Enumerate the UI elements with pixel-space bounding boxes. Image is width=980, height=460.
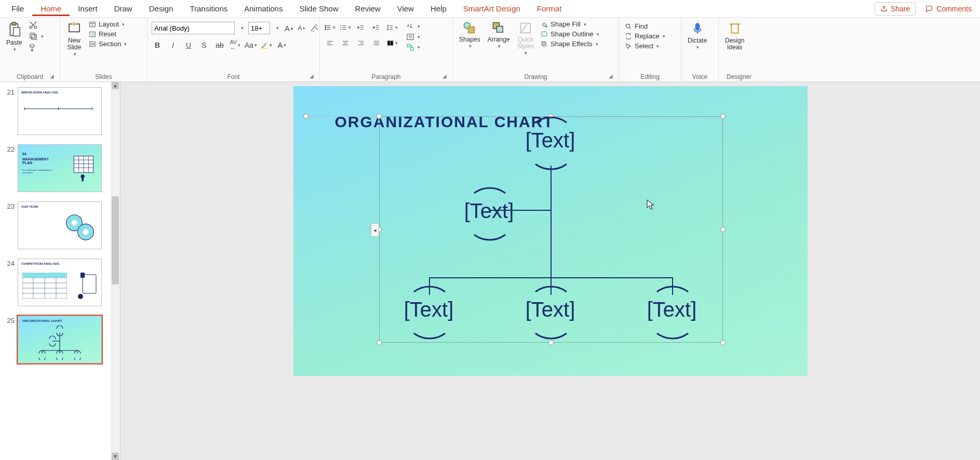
node-c3-text[interactable]: [Text]: [636, 298, 708, 321]
scroll-up-icon[interactable]: ▲: [112, 82, 119, 89]
highlight-button[interactable]: [261, 39, 272, 51]
new-slide-button[interactable]: New Slide: [64, 20, 84, 58]
shape-outline-button[interactable]: Shape Outline: [539, 30, 600, 38]
thumb-row-25[interactable]: 25 ORGANIZATIONAL CHART: [0, 314, 120, 371]
align-left-button[interactable]: [324, 37, 335, 49]
shape-effects-button[interactable]: Shape Effects: [539, 39, 600, 48]
arrange-button[interactable]: Arrange: [486, 20, 512, 50]
shape-fill-button[interactable]: Shape Fill: [539, 20, 600, 29]
font-color-button[interactable]: A: [276, 39, 288, 51]
font-size-input[interactable]: [248, 22, 270, 34]
increase-font-button[interactable]: A▲: [284, 22, 295, 34]
menu-help[interactable]: Help: [422, 1, 455, 16]
shapes-button[interactable]: Shapes: [457, 20, 482, 50]
clear-formatting-button[interactable]: [308, 22, 320, 34]
scroll-down-icon[interactable]: ▼: [112, 453, 119, 460]
thumb-22[interactable]: 04 MANAGEMENT PLAN You could enter a sub…: [18, 144, 102, 192]
menu-smartart-design[interactable]: SmartArt Design: [455, 1, 529, 16]
node-assist-text[interactable]: [Text]: [453, 199, 526, 223]
find-button[interactable]: Find: [623, 22, 666, 31]
decrease-indent-button[interactable]: [355, 22, 367, 33]
menu-transitions[interactable]: Transitions: [181, 1, 236, 16]
shadow-button[interactable]: S: [198, 39, 210, 51]
paste-button[interactable]: Paste: [4, 20, 24, 53]
strikethrough-button[interactable]: ab: [214, 39, 225, 51]
menu-draw[interactable]: Draw: [106, 1, 141, 16]
thumb-row-23[interactable]: 23 OUR TEAM: [0, 199, 120, 256]
thumb-row-22[interactable]: 22 04 MANAGEMENT PLAN You could enter a …: [0, 142, 120, 199]
thumb-25[interactable]: ORGANIZATIONAL CHART: [18, 316, 102, 363]
slide-canvas-area[interactable]: ORGANIZATIONAL CHART ◂: [120, 82, 980, 460]
node-top-text[interactable]: [Text]: [514, 129, 587, 152]
menu-review[interactable]: Review: [346, 1, 388, 16]
menu-insert[interactable]: Insert: [70, 1, 106, 16]
thumbs-scrollbar[interactable]: ▲ ▼: [111, 82, 120, 460]
text-direction-icon: A: [406, 22, 414, 31]
text-direction-button[interactable]: A: [405, 22, 421, 31]
menu-design[interactable]: Design: [141, 1, 182, 16]
thumb-row-21[interactable]: 21 BREAK-EVEN ANALYSIS: [0, 85, 120, 142]
rotation-handle[interactable]: [303, 114, 308, 119]
paragraph-dialog-launcher[interactable]: ◢: [441, 73, 448, 80]
bold-button[interactable]: B: [152, 39, 163, 51]
format-painter-button[interactable]: [28, 43, 45, 53]
decrease-font-button[interactable]: A▼: [296, 22, 307, 34]
menu-slideshow[interactable]: Slide Show: [291, 1, 346, 16]
line-spacing-button[interactable]: [386, 22, 398, 33]
font-name-dropdown[interactable]: [236, 22, 247, 34]
cut-button[interactable]: [28, 20, 45, 30]
align-right-button[interactable]: [355, 37, 367, 49]
thumb-23[interactable]: OUR TEAM: [18, 201, 102, 249]
reset-button[interactable]: Reset: [87, 30, 128, 38]
copy-button[interactable]: [28, 31, 45, 42]
comments-button[interactable]: Comments: [920, 3, 977, 15]
thumb-21[interactable]: BREAK-EVEN ANALYSIS: [18, 87, 102, 135]
dictate-button[interactable]: Dictate: [686, 20, 709, 51]
section-button[interactable]: Section: [87, 39, 128, 48]
clipboard-dialog-launcher[interactable]: ◢: [48, 73, 56, 80]
bullets-button[interactable]: [324, 22, 335, 33]
replace-button[interactable]: Replace: [623, 32, 666, 40]
menu-animations[interactable]: Animations: [236, 1, 291, 16]
change-case-button[interactable]: Aa: [245, 39, 257, 51]
node-c1-text[interactable]: [Text]: [393, 298, 465, 321]
font-size-dropdown[interactable]: [271, 22, 283, 34]
justify-button[interactable]: [371, 37, 382, 49]
slide[interactable]: ORGANIZATIONAL CHART ◂: [293, 86, 808, 376]
convert-smartart-button[interactable]: [405, 43, 421, 52]
layout-button[interactable]: Layout: [87, 20, 128, 29]
numbering-button[interactable]: 123: [340, 22, 351, 33]
font-name-input[interactable]: [152, 22, 235, 34]
drawing-dialog-launcher[interactable]: ◢: [607, 73, 614, 80]
node-c2-text[interactable]: [Text]: [514, 298, 587, 321]
quick-styles-button[interactable]: Quick Styles: [515, 20, 536, 57]
char-spacing-button[interactable]: AV↔: [230, 39, 241, 51]
align-center-button[interactable]: [340, 37, 351, 49]
handle-ne[interactable]: [720, 114, 726, 119]
italic-button[interactable]: I: [167, 39, 179, 51]
thumb-24[interactable]: COMPETITION ANALYSIS: [18, 259, 102, 306]
new-slide-icon: [66, 21, 82, 36]
menu-file[interactable]: File: [3, 1, 32, 16]
scroll-thumb[interactable]: [112, 196, 119, 285]
design-ideas-button[interactable]: Design Ideas: [723, 20, 746, 52]
smartart-text-pane-toggle[interactable]: ◂: [371, 223, 379, 237]
menu-home[interactable]: Home: [32, 1, 70, 16]
smartart-selection[interactable]: ◂ [Text] [Text] [Text] [Text] [Text]: [379, 116, 723, 343]
align-text-button[interactable]: [405, 32, 421, 42]
underline-button[interactable]: U: [183, 39, 194, 51]
share-button[interactable]: Share: [875, 2, 916, 16]
font-dialog-launcher[interactable]: ◢: [308, 73, 315, 80]
menu-format[interactable]: Format: [529, 1, 570, 16]
handle-nw[interactable]: [377, 114, 382, 119]
handle-se[interactable]: [720, 340, 726, 345]
svg-rect-43: [22, 273, 67, 278]
thumb-row-24[interactable]: 24 COMPETITION ANALYSIS: [0, 256, 120, 314]
svg-rect-22: [411, 48, 413, 50]
handle-sw[interactable]: [377, 340, 382, 345]
increase-indent-button[interactable]: [371, 22, 382, 33]
select-button[interactable]: Select: [623, 42, 666, 50]
columns-button[interactable]: [386, 37, 398, 49]
handle-e[interactable]: [720, 227, 726, 232]
menu-view[interactable]: View: [389, 1, 422, 16]
